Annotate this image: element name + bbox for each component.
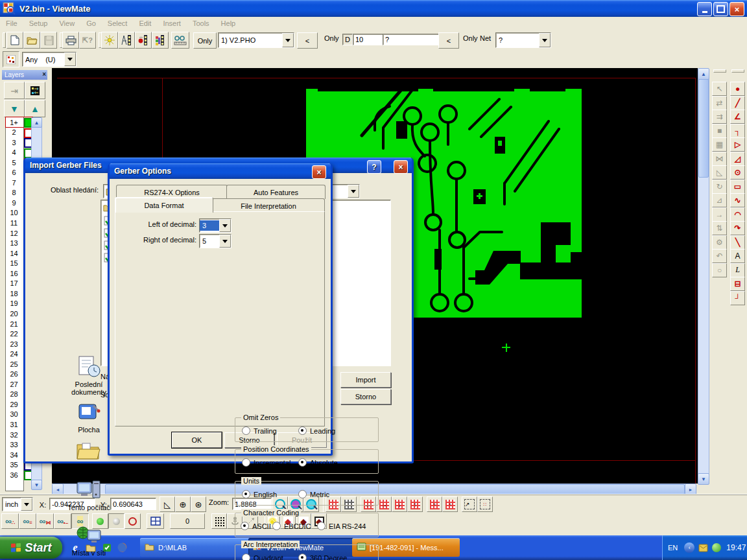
layers-dock-button[interactable]: ⇥ — [4, 82, 25, 99]
dialog-help-icon[interactable]: ? — [367, 160, 381, 174]
layer-select-combo[interactable]: 1) V2.PHO — [218, 32, 294, 48]
only-dcode-label[interactable]: Only — [324, 34, 339, 42]
selection-filter-combo[interactable]: Any (U) — [22, 52, 77, 67]
import-button[interactable]: Import — [340, 372, 391, 388]
stretch-selection-button[interactable]: ↗ — [462, 496, 477, 512]
save-button[interactable] — [40, 32, 57, 49]
vertical-scroll-thumb[interactable] — [698, 79, 709, 178]
menu-item-view[interactable]: View — [53, 18, 80, 29]
panel-layout-button[interactable] — [147, 513, 164, 529]
edit-tool-9[interactable]: → — [712, 207, 727, 222]
radio-icon[interactable] — [298, 458, 307, 467]
radio-incremental[interactable]: Incremental — [242, 458, 290, 467]
dialog-close-icon[interactable]: × — [394, 160, 408, 174]
layer-row-1+[interactable]: 1+ — [6, 117, 32, 127]
radio-eia-rs-244[interactable]: EIA RS-244 — [317, 522, 366, 530]
toolbar-grip[interactable] — [3, 32, 6, 48]
right-of-decimal-combo[interactable]: 5 — [199, 234, 231, 248]
close-button[interactable]: × — [729, 2, 744, 16]
draw-tool-1[interactable]: ╱ — [730, 96, 745, 110]
context-help-button[interactable]: ⇱? — [79, 32, 96, 49]
edit-tool-13[interactable]: ○ — [712, 263, 727, 277]
previous-net-button[interactable]: < — [438, 32, 459, 49]
tab-file-interpretation[interactable]: File Interpretation — [212, 198, 325, 213]
radio-quadrant[interactable]: Quadrant — [242, 554, 283, 560]
draw-tool-13[interactable]: L — [730, 263, 745, 277]
pan-down-button[interactable]: ↓ — [392, 496, 407, 512]
menu-item-file[interactable]: File — [0, 18, 23, 29]
menu-item-insert[interactable]: Insert — [157, 18, 187, 29]
scroll-down-button[interactable]: ▼ — [698, 473, 709, 485]
radio-english[interactable]: English — [242, 490, 277, 498]
crosshair-button[interactable]: ⊕ — [175, 496, 191, 512]
edit-tool-2[interactable]: ⇉ — [712, 110, 727, 124]
scroll-up-button[interactable]: ▲ — [698, 68, 709, 80]
dcode-filter-input[interactable]: 10 — [353, 34, 385, 45]
restore-button[interactable] — [713, 2, 728, 16]
draw-tool-10[interactable]: ↷ — [730, 221, 745, 235]
radio-icon[interactable] — [317, 522, 326, 530]
layer-scroll-up-icon[interactable]: ▲ — [31, 117, 42, 128]
radio-ascii[interactable]: ASCII — [241, 522, 271, 530]
edit-tool-8[interactable]: ⊿ — [712, 193, 727, 207]
angle-measure-button[interactable]: ◺ — [160, 496, 175, 512]
new-file-button[interactable] — [6, 32, 23, 49]
radio-absolute[interactable]: Absolute — [298, 458, 338, 467]
inspect-mode-button[interactable] — [171, 32, 189, 49]
draw-tool-9[interactable]: ◠ — [730, 207, 745, 222]
edit-tool-10[interactable]: ⇅ — [712, 221, 727, 235]
tab-auto-features[interactable]: Auto Features — [226, 185, 326, 199]
menu-item-edit[interactable]: Edit — [133, 18, 157, 29]
menu-item-tools[interactable]: Tools — [187, 18, 215, 29]
dropdown-arrow-icon[interactable] — [21, 498, 32, 511]
layer-colors-button[interactable] — [152, 32, 169, 49]
ok-button[interactable]: OK — [172, 432, 222, 448]
edit-tool-4[interactable]: ▦ — [712, 137, 727, 152]
dropdown-arrow-icon[interactable] — [219, 219, 231, 232]
select-any-button[interactable] — [3, 51, 19, 67]
radio-icon[interactable] — [242, 490, 250, 498]
draw-tool-7[interactable]: ▭ — [730, 180, 745, 194]
menu-item-setup[interactable]: Setup — [23, 18, 54, 29]
pan-up-button[interactable]: ↑ — [407, 496, 423, 512]
menu-item-select[interactable]: Select — [102, 18, 134, 29]
layer-row-2[interactable]: 2 — [6, 128, 32, 137]
highlight-view-button[interactable] — [101, 32, 118, 49]
measure-tool-button[interactable] — [118, 32, 135, 49]
layer-move-up-button[interactable]: ▲ — [25, 100, 45, 117]
minimize-button[interactable] — [697, 2, 712, 16]
left-of-decimal-combo[interactable]: 3 — [199, 218, 231, 233]
view-lines-button[interactable]: ∞≡ — [19, 513, 36, 529]
net-select-combo[interactable]: ? — [495, 32, 551, 48]
radio-icon[interactable] — [242, 554, 250, 560]
draw-tool-11[interactable]: ╲ — [730, 235, 745, 250]
radio-leading[interactable]: Leading — [298, 426, 335, 435]
outline-mode-button[interactable] — [124, 513, 141, 529]
draw-tool-12[interactable]: A — [730, 249, 745, 263]
menu-item-help[interactable]: Help — [215, 18, 242, 29]
tray-collapse-icon[interactable]: ‹ — [684, 542, 694, 553]
draw-tool-8[interactable]: ∿ — [730, 193, 745, 207]
radio-trailing[interactable]: Trailing — [242, 426, 277, 435]
radio-metric[interactable]: Metric — [298, 490, 329, 498]
view-dots-button[interactable]: ∞∴ — [1, 513, 19, 529]
draw-tool-0[interactable]: ● — [730, 82, 745, 96]
edit-tool-6[interactable]: ◺ — [712, 165, 727, 180]
layer-row-36[interactable]: 36 — [6, 470, 32, 480]
view-shapes-button[interactable]: ∞⋈ — [36, 513, 54, 529]
dropdown-arrow-icon[interactable] — [539, 33, 551, 47]
edit-tool-5[interactable]: ⋈ — [712, 152, 727, 166]
radio-icon[interactable] — [242, 458, 250, 467]
draw-tool-6[interactable]: ⊙ — [730, 165, 745, 180]
horizontal-scroll-thumb[interactable] — [105, 484, 685, 495]
radio-icon[interactable] — [241, 522, 249, 530]
menu-item-go[interactable]: Go — [80, 18, 102, 29]
radio-icon[interactable] — [298, 554, 307, 560]
grid-snap-origin-button[interactable]: ▫ — [427, 496, 442, 512]
draw-tool-3[interactable]: ┐ — [730, 124, 745, 138]
grid-offset-button[interactable]: ▫ — [442, 496, 458, 512]
radio-icon[interactable] — [298, 426, 307, 435]
place-computer[interactable]: Tento počítač — [58, 480, 120, 511]
radio-360-degree[interactable]: 360 Degree — [298, 554, 348, 560]
radio-ebcdic[interactable]: EBCDIC — [272, 522, 311, 530]
